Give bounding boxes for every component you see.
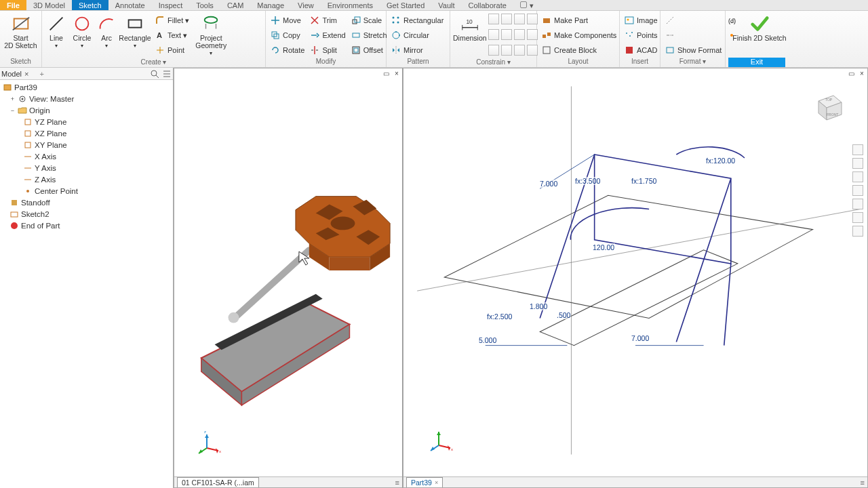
scale-button[interactable]: Scale — [349, 14, 389, 27]
offset-button[interactable]: Offset — [349, 43, 389, 57]
view-cube[interactable]: FRONT TOP — [810, 89, 847, 125]
nav-fullnav-icon[interactable] — [852, 212, 863, 223]
dim-18[interactable]: 1.800 — [529, 302, 548, 310]
circular-pattern-button[interactable]: Circular — [389, 28, 446, 42]
tab-annotate[interactable]: Annotate — [108, 0, 152, 10]
browser-search-icon[interactable] — [150, 69, 159, 79]
tab-tools[interactable]: Tools — [189, 0, 220, 10]
viewport-assembly[interactable]: ▭× — [174, 68, 403, 488]
tree-xy-plane[interactable]: XY Plane — [0, 139, 173, 150]
finish-sketch-button[interactable]: Finish 2D Sketch — [728, 12, 791, 43]
vp-close-icon[interactable]: × — [392, 69, 401, 79]
vp-restore-icon[interactable]: ▭ — [846, 69, 856, 79]
copy-button[interactable]: Copy — [269, 28, 307, 42]
constraint-tangent-icon[interactable] — [488, 45, 499, 56]
construction-toggle[interactable] — [663, 14, 724, 27]
tree-xz-plane[interactable]: XZ Plane — [0, 127, 173, 139]
constraint-perpendicular-icon[interactable] — [501, 29, 512, 40]
tree-y-axis[interactable]: Y Axis — [0, 162, 173, 174]
rectangle-button[interactable]: Rectangle▾ — [118, 12, 152, 51]
circle-button[interactable]: Circle▾ — [69, 12, 95, 51]
show-format-button[interactable]: Show Format — [663, 43, 724, 57]
constraint-parallel-icon[interactable] — [488, 29, 499, 40]
constraint-equal-icon[interactable] — [527, 45, 538, 56]
tab-cam[interactable]: CAM — [220, 0, 250, 10]
tab-inspect[interactable]: Inspect — [152, 0, 189, 10]
tree-root[interactable]: Part39 — [0, 81, 173, 93]
browser-close-icon[interactable]: × — [24, 70, 28, 78]
vp-close-icon[interactable]: × — [857, 69, 867, 79]
nav-home-icon[interactable] — [852, 144, 863, 155]
mirror-button[interactable]: Mirror — [389, 43, 446, 57]
tab-sketch[interactable]: Sketch — [72, 0, 108, 10]
tree-end-of-part[interactable]: End of Part — [0, 220, 173, 231]
viewport-tab-part[interactable]: Part39× — [406, 477, 443, 487]
line-button[interactable]: Line▾ — [45, 12, 68, 51]
viewport-tab-assembly[interactable]: 01 CF101-SA-R (...iam — [177, 477, 259, 487]
nav-zoom-icon[interactable] — [852, 171, 863, 182]
nav-lookat-icon[interactable] — [852, 199, 863, 209]
tab-file[interactable]: File — [0, 0, 26, 10]
constraint-smooth-icon[interactable] — [501, 45, 512, 56]
make-part-button[interactable]: Make Part — [540, 14, 618, 27]
exit-button[interactable]: Exit — [728, 58, 785, 67]
tab-view[interactable]: View — [291, 0, 321, 10]
constraint-symmetric-icon[interactable] — [514, 45, 525, 56]
fillet-button[interactable]: Fillet ▾ — [153, 14, 191, 27]
constraint-collinear-icon[interactable] — [501, 14, 512, 24]
constraint-concentric-icon[interactable] — [514, 14, 525, 24]
arc-button[interactable]: Arc▾ — [96, 12, 117, 51]
points-button[interactable]: Points — [623, 28, 660, 42]
start-2d-sketch-button[interactable]: Start 2D Sketch — [3, 12, 39, 51]
browser-add-tab[interactable]: + — [39, 70, 43, 78]
centerline-toggle[interactable] — [663, 28, 724, 42]
dim-fx120[interactable]: fx:120.00 — [705, 157, 736, 165]
tab-3d-model[interactable]: 3D Model — [26, 0, 72, 10]
dim-500[interactable]: .500 — [556, 311, 571, 319]
trim-button[interactable]: Trim — [308, 14, 347, 27]
tree-view[interactable]: + View: Master — [0, 93, 173, 104]
point-button[interactable]: Point — [153, 43, 191, 57]
vp-restore-icon[interactable]: ▭ — [381, 69, 391, 79]
image-button[interactable]: Image — [623, 14, 660, 27]
tab-manage[interactable]: Manage — [250, 0, 291, 10]
browser-list-icon[interactable] — [162, 69, 172, 79]
appearance-toggle[interactable] — [520, 1, 527, 8]
project-geometry-button[interactable]: Project Geometry▾ — [193, 12, 229, 58]
tab-close-icon[interactable]: × — [435, 478, 438, 487]
acad-button[interactable]: ACAD — [623, 43, 660, 57]
create-block-button[interactable]: Create Block — [540, 43, 618, 57]
dim-fx25[interactable]: fx:2.500 — [486, 312, 513, 321]
tree-origin[interactable]: − Origin — [0, 104, 173, 116]
tab-collaborate[interactable]: Collaborate — [462, 0, 513, 10]
make-components-button[interactable]: Make Components — [540, 28, 618, 42]
dim-120[interactable]: 120.00 — [592, 243, 615, 251]
constraint-fix-icon[interactable] — [527, 14, 538, 24]
tree-standoff[interactable]: Standoff — [0, 197, 173, 208]
tab-environments[interactable]: Environments — [321, 0, 380, 10]
viewport-sketch[interactable]: ▭× — [403, 68, 868, 488]
rotate-button[interactable]: Rotate — [269, 43, 307, 57]
tree-x-axis[interactable]: X Axis — [0, 150, 173, 162]
constraint-coincident-icon[interactable] — [488, 14, 499, 24]
extend-button[interactable]: Extend — [308, 28, 347, 42]
constraint-horizontal-icon[interactable] — [514, 29, 525, 40]
dim-7a[interactable]: 7.000 — [539, 180, 558, 188]
tree-z-axis[interactable]: Z Axis — [0, 174, 173, 185]
nav-more-icon[interactable] — [852, 226, 863, 237]
dimension-button[interactable]: 10 Dimension — [453, 12, 487, 43]
appearance-dropdown[interactable]: ▾ — [527, 0, 536, 10]
dim-fx175[interactable]: fx:1.750 — [631, 177, 657, 185]
move-button[interactable]: Move — [269, 14, 307, 27]
split-button[interactable]: Split — [308, 43, 347, 57]
viewport-tab-menu-icon[interactable]: ≡ — [395, 479, 399, 487]
tree-sketch2[interactable]: Sketch2 — [0, 208, 173, 220]
tab-vault[interactable]: Vault — [431, 0, 461, 10]
dim-fx35[interactable]: fx:3.500 — [574, 177, 601, 185]
constraint-vertical-icon[interactable] — [527, 29, 538, 40]
tree-center-point[interactable]: Center Point — [0, 185, 173, 197]
text-button[interactable]: AText ▾ — [153, 28, 191, 42]
nav-pan-icon[interactable] — [852, 158, 863, 169]
nav-orbit-icon[interactable] — [852, 185, 863, 196]
dim-5[interactable]: 5.000 — [478, 336, 497, 344]
